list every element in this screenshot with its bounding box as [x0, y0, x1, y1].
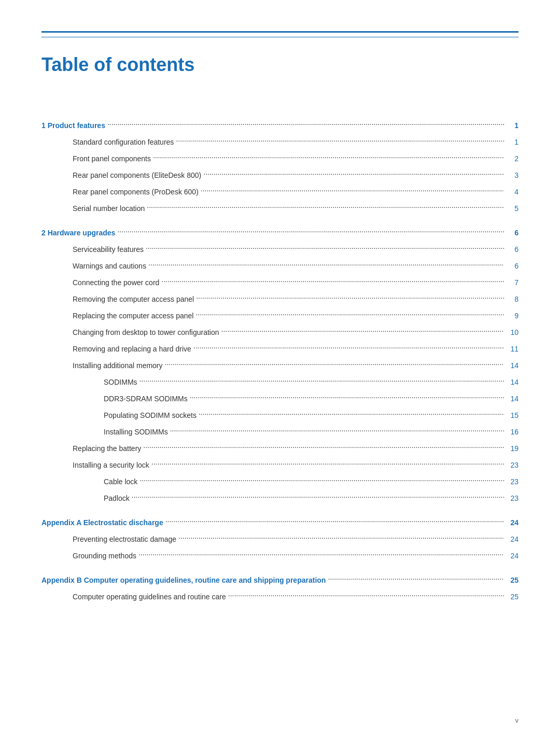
- toc-entry[interactable]: 1 Product features1: [41, 117, 519, 131]
- toc-entry[interactable]: Warnings and cautions6: [41, 258, 519, 272]
- toc-entry[interactable]: Replacing the computer access panel9: [41, 307, 519, 321]
- toc-entry[interactable]: Standard configuration features1: [41, 134, 519, 148]
- toc-entry-dots: [193, 341, 504, 355]
- toc-entry[interactable]: Removing and replacing a hard drive11: [41, 341, 519, 355]
- toc-entry-dots: [143, 440, 504, 454]
- toc-entry-page: 5: [506, 203, 519, 214]
- toc-entry-label: Computer operating guidelines and routin…: [73, 592, 226, 602]
- toc-entry[interactable]: Front panel components2: [41, 150, 519, 164]
- toc-entry-page: 23: [506, 460, 519, 471]
- toc-entry-label: Removing and replacing a hard drive: [73, 344, 191, 355]
- toc-entry-page: 25: [506, 592, 519, 602]
- toc-entry-dots: [228, 588, 504, 602]
- toc-entry-page: 6: [506, 244, 519, 255]
- toc-entry[interactable]: Changing from desktop to tower configura…: [41, 324, 519, 338]
- toc-entry-dots: [138, 547, 504, 561]
- toc-entry-dots: [196, 291, 504, 305]
- toc-entry-dots: [148, 258, 504, 272]
- toc-entry-page: 23: [506, 493, 519, 504]
- toc-entry-page: 9: [506, 311, 519, 321]
- toc-entry-label: Connecting the power cord: [73, 277, 159, 288]
- toc-entry-dots: [132, 490, 504, 504]
- toc-entry-page: 3: [506, 170, 519, 181]
- toc-entry-label: Warnings and cautions: [73, 261, 146, 272]
- toc-entry[interactable]: Rear panel components (ProDesk 600)4: [41, 184, 519, 198]
- toc-entry-page: 14: [506, 377, 519, 388]
- toc-entry[interactable]: Serviceability features6: [41, 241, 519, 255]
- toc-entry-dots: [165, 514, 504, 528]
- toc-entry-label: Serial number location: [73, 203, 145, 214]
- toc-entry-label: Serviceability features: [73, 244, 144, 255]
- toc-entry-label: 1 Product features: [41, 120, 105, 131]
- toc-entry-page: 25: [506, 575, 519, 586]
- toc-entry[interactable]: Connecting the power cord7: [41, 274, 519, 288]
- toc-entry-label: Installing a security lock: [73, 460, 149, 471]
- toc-entry[interactable]: Cable lock23: [41, 473, 519, 487]
- page-title: Table of contents: [41, 54, 519, 76]
- toc-entry-dots: [195, 307, 504, 321]
- toc-entry-dots: [221, 324, 505, 338]
- toc-entry-page: 8: [506, 294, 519, 305]
- toc-entry-page: 1: [506, 120, 519, 131]
- toc-entry-page: 16: [506, 427, 519, 438]
- toc-entry-page: 11: [506, 344, 519, 355]
- toc-entry-label: Removing the computer access panel: [73, 294, 194, 305]
- toc-entry-dots: [170, 424, 504, 438]
- toc-entry-dots: [107, 117, 504, 131]
- toc-entry[interactable]: Populating SODIMM sockets15: [41, 407, 519, 421]
- toc-entry[interactable]: Computer operating guidelines and routin…: [41, 588, 519, 602]
- toc-entry[interactable]: Serial number location5: [41, 200, 519, 214]
- toc-entry[interactable]: Appendix A Electrostatic discharge24: [41, 514, 519, 528]
- toc-entry-page: 14: [506, 393, 519, 404]
- toc-entry-dots: [161, 274, 504, 288]
- toc-entry[interactable]: Installing a security lock23: [41, 457, 519, 471]
- toc-entry-page: 24: [506, 534, 519, 545]
- toc-entry-label: Rear panel components (EliteDesk 800): [73, 170, 201, 181]
- toc-entry-dots: [147, 200, 504, 214]
- toc-entry-label: Changing from desktop to tower configura…: [73, 327, 219, 338]
- footer-page: v: [515, 716, 519, 724]
- toc-entry-dots: [146, 241, 504, 255]
- toc-entry[interactable]: Padlock23: [41, 490, 519, 504]
- toc-entry-dots: [139, 374, 504, 388]
- toc-entry[interactable]: SODIMMs14: [41, 374, 519, 388]
- toc-entry-dots: [153, 150, 504, 164]
- toc-entry-label: Installing SODIMMs: [104, 427, 168, 438]
- toc-entry-label: DDR3-SDRAM SODIMMs: [104, 393, 188, 404]
- toc-entry-label: Installing additional memory: [73, 360, 163, 371]
- toc-entry-label: Appendix B Computer operating guidelines…: [41, 575, 326, 586]
- toc-entry-label: Standard configuration features: [73, 137, 174, 148]
- toc-entry-dots: [117, 224, 504, 238]
- toc-entry[interactable]: Installing additional memory14: [41, 357, 519, 371]
- toc-entry[interactable]: Appendix B Computer operating guidelines…: [41, 572, 519, 586]
- toc-entry-page: 19: [506, 443, 519, 454]
- toc-entry-label: Replacing the computer access panel: [73, 311, 193, 321]
- toc-entry-page: 14: [506, 360, 519, 371]
- toc-entry[interactable]: Rear panel components (EliteDesk 800)3: [41, 167, 519, 181]
- toc-entry-dots: [151, 457, 504, 471]
- toc-entry-label: Preventing electrostatic damage: [73, 534, 176, 545]
- toc-entry[interactable]: Replacing the battery19: [41, 440, 519, 454]
- toc-entry-label: Populating SODIMM sockets: [104, 410, 197, 421]
- toc-entry[interactable]: Removing the computer access panel8: [41, 291, 519, 305]
- toc-entry-label: SODIMMs: [104, 377, 137, 388]
- toc-entry-page: 6: [506, 228, 519, 238]
- toc-entry-page: 23: [506, 476, 519, 487]
- toc-entry-page: 24: [506, 517, 519, 528]
- toc-entry-label: Grounding methods: [73, 551, 136, 561]
- top-rule: [41, 31, 519, 33]
- toc-entry-page: 1: [506, 137, 519, 148]
- toc-entry[interactable]: 2 Hardware upgrades6: [41, 224, 519, 238]
- toc-entry[interactable]: Grounding methods24: [41, 547, 519, 561]
- toc-entry-dots: [139, 473, 504, 487]
- toc-entry[interactable]: Preventing electrostatic damage24: [41, 531, 519, 545]
- toc-entry-dots: [178, 531, 504, 545]
- toc-entry-dots: [190, 390, 504, 404]
- toc-entry[interactable]: DDR3-SDRAM SODIMMs14: [41, 390, 519, 404]
- toc-entry-label: Cable lock: [104, 476, 137, 487]
- toc-entry-page: 2: [506, 153, 519, 164]
- toc-entry-page: 24: [506, 551, 519, 561]
- toc-entry-page: 7: [506, 277, 519, 288]
- toc-entry-label: Replacing the battery: [73, 443, 141, 454]
- toc-entry[interactable]: Installing SODIMMs16: [41, 424, 519, 438]
